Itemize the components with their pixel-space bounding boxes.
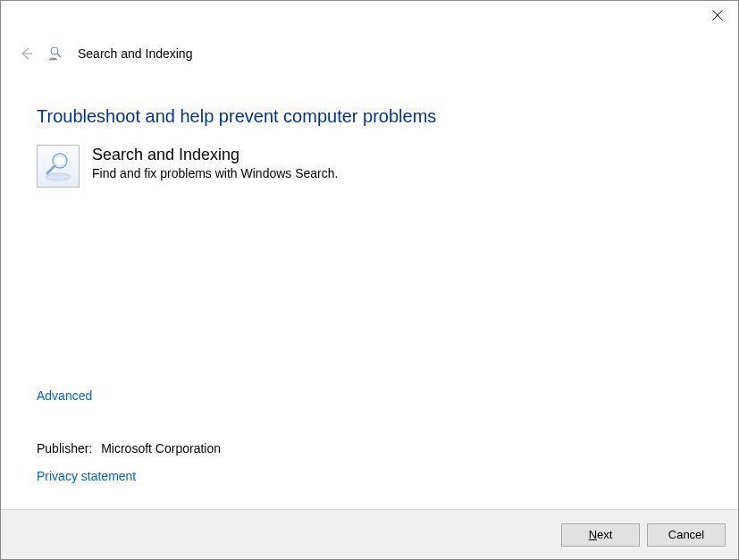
- close-button[interactable]: [697, 1, 738, 29]
- publisher-row: Publisher: Microsoft Corporation: [37, 441, 698, 456]
- header-row: Search and Indexing: [1, 38, 738, 69]
- magnifier-icon: [40, 148, 76, 184]
- svg-point-3: [51, 47, 58, 54]
- advanced-link[interactable]: Advanced: [37, 389, 92, 403]
- troubleshooter-title: Search and Indexing: [92, 145, 338, 165]
- svg-line-4: [57, 54, 61, 57]
- troubleshooter-description: Find and fix problems with Windows Searc…: [92, 165, 338, 183]
- titlebar: [1, 1, 738, 38]
- troubleshooter-icon: [37, 145, 80, 188]
- content-area: Troubleshoot and help prevent computer p…: [1, 69, 738, 188]
- header-title: Search and Indexing: [78, 46, 192, 61]
- close-icon: [712, 10, 723, 21]
- troubleshooter-text: Search and Indexing Find and fix problem…: [92, 145, 338, 183]
- footer: Next Cancel: [1, 509, 738, 559]
- back-arrow-icon: [18, 46, 34, 62]
- svg-point-5: [46, 173, 71, 180]
- svg-point-7: [55, 156, 65, 166]
- lower-section: Advanced Publisher: Microsoft Corporatio…: [37, 388, 698, 484]
- page-heading: Troubleshoot and help prevent computer p…: [37, 106, 702, 127]
- cancel-button[interactable]: Cancel: [647, 523, 726, 547]
- back-button[interactable]: [17, 45, 35, 63]
- header-icon: [47, 45, 65, 63]
- svg-line-8: [47, 166, 55, 173]
- publisher-value: Microsoft Corporation: [101, 441, 221, 456]
- search-wrench-icon: [48, 46, 64, 62]
- next-button[interactable]: Next: [561, 523, 640, 547]
- next-mnemonic: N: [589, 528, 597, 541]
- next-label-suffix: ext: [597, 528, 612, 541]
- publisher-label: Publisher:: [37, 441, 92, 456]
- troubleshooter-item: Search and Indexing Find and fix problem…: [37, 145, 702, 188]
- privacy-link[interactable]: Privacy statement: [37, 469, 136, 483]
